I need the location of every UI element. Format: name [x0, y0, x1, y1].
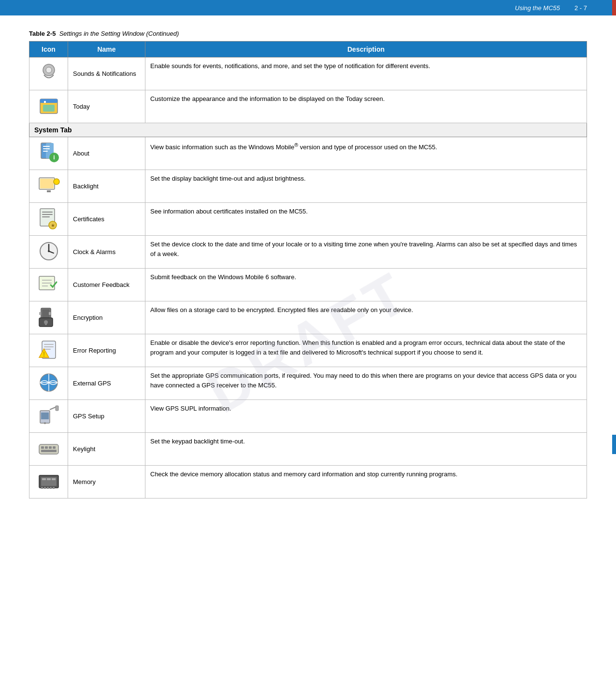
- name-cell: Today: [68, 90, 145, 123]
- icon-cell: [29, 301, 68, 334]
- icon-cell: [29, 57, 68, 90]
- desc-cell: Allow files on a storage card to be encr…: [145, 301, 587, 334]
- svg-rect-51: [56, 406, 58, 411]
- icon-cell: [29, 170, 68, 203]
- desc-cell: Customize the appearance and the informa…: [145, 90, 587, 123]
- table-row: KeylightSet the keypad backlight time-ou…: [29, 433, 587, 466]
- table-caption-text: Settings in the Setting Window (Continue…: [59, 30, 179, 37]
- table-row: iAboutView basic information such as the…: [29, 137, 587, 170]
- col-name: Name: [68, 42, 145, 57]
- svg-rect-5: [44, 101, 46, 103]
- desc-cell: Set the display backlight time-out and a…: [145, 170, 587, 203]
- name-cell: Encryption: [68, 301, 145, 334]
- table-caption: Table 2-5 Settings in the Setting Window…: [29, 30, 587, 37]
- icon-cell: i: [29, 137, 68, 170]
- svg-rect-64: [53, 487, 55, 489]
- icon-cell: ★: [29, 203, 68, 236]
- icon-cell: [29, 400, 68, 433]
- header-title: Using the MC55: [515, 4, 560, 12]
- svg-rect-36: [39, 312, 41, 315]
- red-accent-bar: [612, 0, 616, 15]
- table-row: Sounds & NotificationsEnable sounds for …: [29, 57, 587, 90]
- desc-cell: View basic information such as the Windo…: [145, 137, 587, 170]
- name-cell: GPS Setup: [68, 400, 145, 433]
- icon-cell: !: [29, 334, 68, 367]
- settings-table: Icon Name Description Sounds & Notificat…: [29, 41, 587, 499]
- svg-rect-57: [41, 450, 57, 452]
- svg-point-49: [44, 422, 46, 424]
- svg-rect-3: [40, 99, 57, 103]
- svg-point-15: [54, 179, 59, 185]
- svg-rect-4: [43, 105, 55, 112]
- name-cell: Error Reporting: [68, 334, 145, 367]
- svg-rect-55: [49, 446, 52, 449]
- desc-cell: Set the appropriate GPS communication po…: [145, 367, 587, 400]
- svg-point-1: [46, 67, 52, 73]
- svg-rect-20: [42, 216, 50, 217]
- svg-text:i: i: [53, 154, 55, 161]
- right-accent-bar: [612, 435, 616, 454]
- table-row: ★CertificatesSee information about certi…: [29, 203, 587, 236]
- svg-text:★: ★: [50, 223, 55, 228]
- desc-cell: Check the device memory allocation statu…: [145, 466, 587, 499]
- svg-rect-35: [45, 322, 47, 325]
- page-number: 2 - 7: [574, 4, 587, 12]
- table-row: External GPSSet the appropriate GPS comm…: [29, 367, 587, 400]
- icon-cell: [29, 466, 68, 499]
- table-row: TodayCustomize the appearance and the in…: [29, 90, 587, 123]
- svg-rect-9: [43, 148, 50, 149]
- svg-rect-54: [45, 446, 48, 449]
- name-cell: External GPS: [68, 367, 145, 400]
- desc-cell: Set the device clock to the date and tim…: [145, 236, 587, 269]
- svg-rect-39: [44, 344, 54, 345]
- name-cell: Certificates: [68, 203, 145, 236]
- name-cell: About: [68, 137, 145, 170]
- table-row: EncryptionAllow files on a storage card …: [29, 301, 587, 334]
- svg-rect-8: [43, 146, 50, 147]
- svg-rect-52: [39, 444, 58, 454]
- name-cell: Customer Feedback: [68, 269, 145, 301]
- table-row: BacklightSet the display backlight time-…: [29, 170, 587, 203]
- svg-rect-16: [47, 190, 51, 192]
- desc-cell: Enable sounds for events, notifications,…: [145, 57, 587, 90]
- icon-cell: [29, 367, 68, 400]
- desc-cell: See information about certificates insta…: [145, 203, 587, 236]
- svg-rect-19: [42, 214, 53, 215]
- table-row: MemoryCheck the device memory allocation…: [29, 466, 587, 499]
- svg-rect-10: [43, 151, 48, 152]
- top-bar: Using the MC55 2 - 7: [0, 0, 616, 15]
- svg-rect-41: [44, 349, 51, 350]
- svg-rect-37: [49, 312, 51, 315]
- svg-text:!: !: [43, 350, 45, 358]
- desc-cell: View GPS SUPL information.: [145, 400, 587, 433]
- table-row: GPS SetupView GPS SUPL information.: [29, 400, 587, 433]
- table-row: !Error ReportingEnable or disable the de…: [29, 334, 587, 367]
- svg-rect-40: [44, 346, 54, 347]
- desc-cell: Set the keypad backlight time-out.: [145, 433, 587, 466]
- svg-rect-61: [44, 487, 46, 489]
- desc-cell: Enable or disable the device's error rep…: [145, 334, 587, 367]
- desc-cell: Submit feedback on the Windows Mobile 6 …: [145, 269, 587, 301]
- svg-rect-60: [41, 487, 43, 489]
- svg-rect-14: [40, 179, 54, 188]
- svg-rect-62: [47, 487, 49, 489]
- col-desc: Description: [145, 42, 587, 57]
- svg-rect-53: [41, 446, 44, 449]
- name-cell: Clock & Alarms: [68, 236, 145, 269]
- table-label: Table 2-5: [29, 30, 56, 37]
- main-content: Table 2-5 Settings in the Setting Window…: [0, 15, 616, 513]
- svg-rect-67: [52, 478, 56, 480]
- icon-cell: [29, 269, 68, 301]
- svg-rect-18: [42, 212, 53, 213]
- icon-cell: [29, 236, 68, 269]
- svg-rect-56: [53, 446, 56, 449]
- svg-rect-66: [47, 478, 51, 480]
- svg-rect-48: [41, 413, 49, 419]
- col-icon: Icon: [29, 42, 68, 57]
- table-row: Customer FeedbackSubmit feedback on the …: [29, 269, 587, 301]
- name-cell: Backlight: [68, 170, 145, 203]
- table-row: Clock & AlarmsSet the device clock to th…: [29, 236, 587, 269]
- name-cell: Memory: [68, 466, 145, 499]
- icon-cell: [29, 433, 68, 466]
- system-tab-row: System Tab: [29, 123, 587, 137]
